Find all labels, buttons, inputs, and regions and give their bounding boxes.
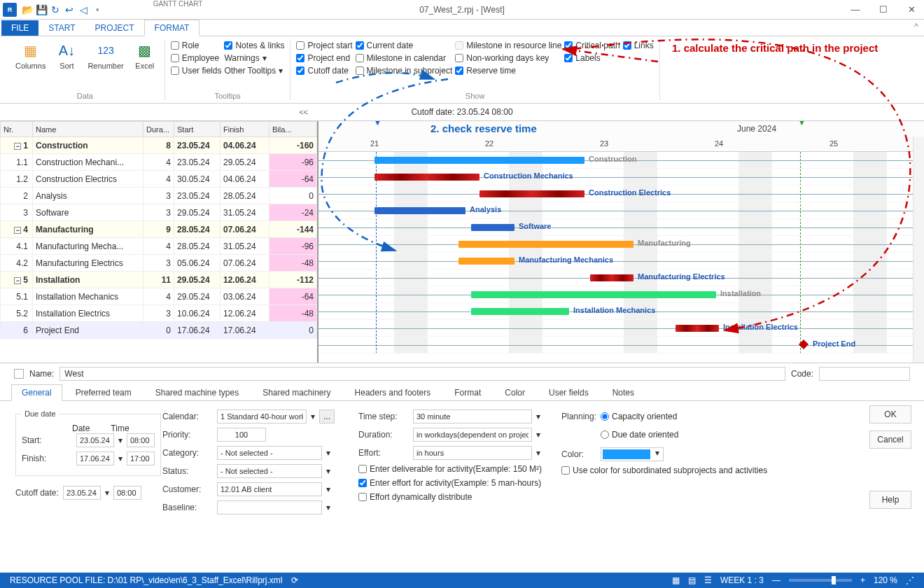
tab-project[interactable]: PROJECT <box>85 20 144 36</box>
gantt-row[interactable]: Manufacturing <box>318 236 924 253</box>
table-row[interactable]: 6Project End017.06.2417.06.240 <box>1 322 317 339</box>
redo-icon[interactable]: ↻ <box>49 4 62 16</box>
gantt-row[interactable]: Manufacturing Mechanics <box>318 253 924 270</box>
chk-effort-dyn[interactable]: Effort dynamically distribute <box>358 492 540 502</box>
refresh-icon[interactable]: ⟳ <box>291 575 298 585</box>
task-bar[interactable] <box>471 308 569 315</box>
view-icon-3[interactable]: ☰ <box>704 575 712 585</box>
status-select[interactable] <box>217 464 322 478</box>
col-finish[interactable]: Finish <box>220 122 270 137</box>
gantt-row[interactable]: Construction Electrics <box>318 186 924 202</box>
timeline-prev[interactable]: << <box>299 108 308 116</box>
tab-shared-machine-types[interactable]: Shared machine types <box>145 384 249 400</box>
radio-duedate[interactable]: Due date oriented <box>601 428 678 442</box>
gantt-row[interactable]: Software <box>318 219 924 236</box>
task-grid[interactable]: Nr. Name Dura... Start Finish Bila... −1… <box>0 121 318 372</box>
task-bar[interactable] <box>374 157 584 164</box>
tab-file[interactable]: FILE <box>1 20 38 36</box>
color-swatch[interactable] <box>603 449 650 459</box>
col-start[interactable]: Start <box>174 122 220 137</box>
tab-preferred-team[interactable]: Preferred team <box>65 384 142 400</box>
warnings-dropdown[interactable]: Warnings ▾ <box>224 53 284 63</box>
table-row[interactable]: 4.1Manufacturing Mecha...428.05.2431.05.… <box>1 238 317 255</box>
task-bar[interactable] <box>374 174 479 181</box>
chk-milestone-cal[interactable]: Milestone in calendar <box>356 53 453 63</box>
gantt-chart[interactable]: ▼ ▼ June 2024 21 22 23 24 25 Constructio… <box>318 121 924 372</box>
table-row[interactable]: 4.2Manufacturing Electrics305.06.2407.06… <box>1 255 317 272</box>
gantt-row[interactable]: Installation Mechanics <box>318 303 924 320</box>
excel-button[interactable]: ▩Excel <box>131 39 159 71</box>
chk-reserve[interactable]: Reserve time <box>455 66 561 76</box>
back-icon[interactable]: ◁ <box>77 4 90 16</box>
table-row[interactable]: 3Software329.05.2431.05.24-24 <box>1 204 317 221</box>
chk-role[interactable]: Role <box>171 41 222 50</box>
table-row[interactable]: −5Installation1129.05.2412.06.24-112 <box>1 272 317 288</box>
table-row[interactable]: 5.2Installation Electrics310.06.2412.06.… <box>1 305 317 322</box>
gantt-row[interactable]: Analysis <box>318 202 924 219</box>
chk-project-start[interactable]: Project start <box>296 41 352 50</box>
col-nr[interactable]: Nr. <box>1 122 33 137</box>
timestep-select[interactable] <box>413 410 532 424</box>
undo-icon[interactable]: ↩ <box>63 4 76 16</box>
table-row[interactable]: 2Analysis323.05.2428.05.240 <box>1 188 317 204</box>
columns-button[interactable]: ▦Columns <box>11 39 50 71</box>
gantt-row[interactable]: Installation Electrics <box>318 320 924 337</box>
zoom-in[interactable]: + <box>860 575 865 585</box>
name-input[interactable] <box>59 367 785 381</box>
tab-start[interactable]: START <box>38 20 85 36</box>
task-bar[interactable] <box>676 325 719 332</box>
category-select[interactable] <box>217 446 322 460</box>
gantt-row[interactable]: Manufacturing Electrics <box>318 270 924 286</box>
chk-notes[interactable]: Notes & links <box>224 41 284 50</box>
gantt-row[interactable]: Installation <box>318 286 924 303</box>
gantt-row[interactable]: Project End <box>318 337 924 354</box>
chk-use-color[interactable]: Use color for subordinated subprojects a… <box>561 465 694 475</box>
task-bar[interactable] <box>374 207 465 214</box>
task-bar[interactable] <box>590 274 634 281</box>
chk-nonworking[interactable]: Non-working days key <box>455 53 561 63</box>
task-bar[interactable] <box>471 224 514 231</box>
gantt-row[interactable]: Construction <box>318 152 924 169</box>
qat-more-icon[interactable]: ▾ <box>91 4 104 16</box>
view-icon-1[interactable]: ▦ <box>672 575 680 585</box>
gantt-row[interactable]: Construction Mechanics <box>318 169 924 186</box>
tab-format[interactable]: Format <box>444 384 491 400</box>
scrollbar-v[interactable] <box>913 136 924 372</box>
cutoff-time[interactable] <box>113 486 141 500</box>
minimize-button[interactable]: — <box>846 4 865 15</box>
cutoff-date[interactable] <box>63 486 101 500</box>
chk-deliverable[interactable]: Enter deliverable for activity(Example: … <box>358 464 540 474</box>
open-icon[interactable]: 📂 <box>21 4 34 16</box>
tab-format[interactable]: FORMAT <box>144 20 200 36</box>
task-bar[interactable] <box>479 190 584 197</box>
start-date[interactable] <box>76 433 114 447</box>
chk-project-end[interactable]: Project end <box>296 53 352 63</box>
task-bar[interactable] <box>458 241 634 248</box>
tab-user-fields[interactable]: User fields <box>538 384 599 400</box>
col-dur[interactable]: Dura... <box>144 122 174 137</box>
task-bar[interactable] <box>471 291 716 298</box>
save-icon[interactable]: 💾 <box>35 4 48 16</box>
tab-headers-and-footers[interactable]: Headers and footers <box>344 384 442 400</box>
maximize-button[interactable]: ☐ <box>874 4 893 15</box>
start-time[interactable] <box>127 433 155 447</box>
chk-userfields[interactable]: User fields <box>171 66 222 76</box>
tab-color[interactable]: Color <box>494 384 536 400</box>
table-row[interactable]: 1.1Construction Mechani...423.05.2429.05… <box>1 154 317 171</box>
finish-time[interactable] <box>127 451 155 465</box>
renumber-button[interactable]: 123Renumber <box>83 39 127 71</box>
col-bil[interactable]: Bila... <box>270 122 317 137</box>
table-row[interactable]: −1Construction823.05.2404.06.24-160 <box>1 137 317 154</box>
help-button[interactable]: Help <box>869 491 911 509</box>
calendar-select[interactable] <box>217 410 307 424</box>
calendar-browse[interactable]: ... <box>319 410 335 424</box>
chk-cutoff[interactable]: Cutoff date <box>296 66 352 76</box>
col-name[interactable]: Name <box>33 122 144 137</box>
table-row[interactable]: 5.1Installation Mechanics429.05.2403.06.… <box>1 288 317 305</box>
resize-grip-icon[interactable]: ⋰ <box>906 575 914 585</box>
effort-select[interactable] <box>413 446 532 460</box>
zoom-out[interactable]: — <box>772 575 780 585</box>
sort-button[interactable]: A↓Sort <box>52 39 80 71</box>
zoom-slider[interactable] <box>789 579 852 582</box>
code-input[interactable] <box>819 367 910 381</box>
